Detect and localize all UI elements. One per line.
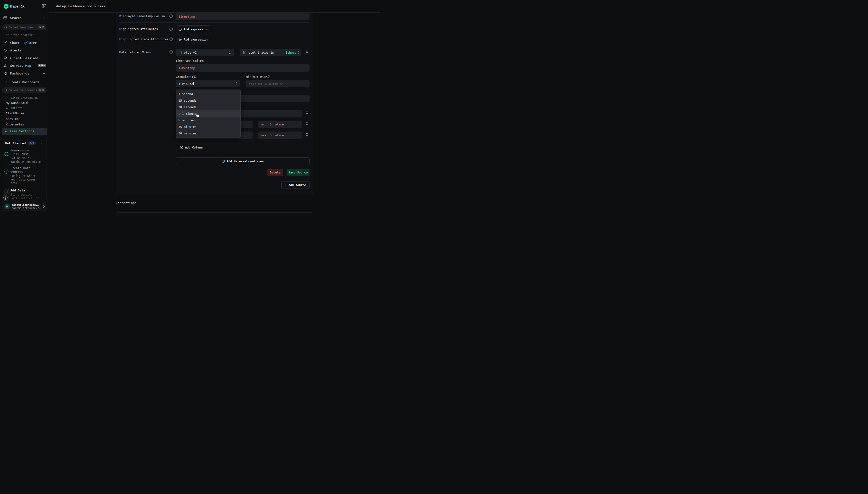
select-chevrons-icon <box>229 51 231 54</box>
saved-searches-input[interactable]: Saved Searches ⌘ K <box>2 24 47 30</box>
sidebar-item-clickhouse[interactable]: ClickHouse <box>6 111 24 115</box>
get-started-step[interactable]: Connect to ClickHouse Set up your databa… <box>2 145 46 164</box>
brand-name[interactable]: HyperDX <box>10 4 24 8</box>
highlighted-attributes-label: Highlighted Attributes <box>119 27 158 31</box>
dropdown-option-selected[interactable]: 1 minute <box>176 110 240 117</box>
help-icon[interactable]: ? <box>194 75 197 78</box>
shortcut-badge: ⌘ K <box>38 25 45 29</box>
sidebar: HyperDX Search Saved Searches ⌘ K No sav… <box>0 0 49 216</box>
plus-circle-icon <box>178 38 182 41</box>
help-icon[interactable]: ? <box>267 75 270 78</box>
select-chevrons-icon <box>297 51 300 54</box>
search-icon <box>3 16 7 20</box>
saved-dashboards-section-header[interactable]: SAVED DASHBOARDS <box>11 97 38 99</box>
chevron-up-icon[interactable] <box>43 73 45 74</box>
help-fab[interactable] <box>2 194 9 201</box>
help-icon[interactable]: ? <box>169 50 173 54</box>
sidebar-item-services[interactable]: Services <box>6 117 20 120</box>
progress-badge: 2/3 <box>28 141 36 145</box>
dropdown-option[interactable]: 5 minutes <box>176 117 240 124</box>
source-settings-card: Displayed Timestamp Column ? Timestamp H… <box>116 0 313 194</box>
minimum-date-input[interactable]: YYYY-MM-DD HH:mm:ss <box>246 80 310 87</box>
delete-column-trash-icon[interactable] <box>305 111 309 115</box>
arrow-right-icon: → <box>45 194 47 201</box>
add-materialized-view-button[interactable]: Add Materialized View <box>176 157 310 165</box>
dropdown-option[interactable]: 30 minutes <box>176 130 240 137</box>
timestamp-column-label: Timestamp Column <box>176 59 204 63</box>
granularity-dropdown: 1 second 15 seconds 30 seconds 1 minute … <box>176 90 240 138</box>
sidebar-item-dashboards[interactable]: Dashboards <box>10 72 29 75</box>
get-started-step[interactable]: Create Data Sources Configure where your… <box>2 164 46 185</box>
service-map-icon <box>3 64 7 68</box>
column-alias-input[interactable]: max__Duration <box>258 132 302 139</box>
schema-badge[interactable]: Schema <box>286 51 296 54</box>
help-icon[interactable]: ? <box>169 27 173 31</box>
create-dashboard-button[interactable]: + Create Dashboard <box>6 80 39 84</box>
chevron-down-icon[interactable] <box>6 97 8 99</box>
chevron-down-icon[interactable] <box>6 108 8 109</box>
user-account-button[interactable]: D dale@clickhouse.… dale@clickhouse.c… <box>2 202 47 211</box>
beta-badge: BETA <box>38 64 46 67</box>
mv-database-select[interactable]: otel_v2 <box>176 49 234 56</box>
dashboards-icon <box>3 72 7 75</box>
delete-button[interactable]: Delete <box>267 169 283 176</box>
plus-circle-icon <box>178 28 182 31</box>
dropdown-option[interactable]: 15 minutes <box>176 124 240 130</box>
table-icon <box>243 51 246 54</box>
help-icon[interactable]: ? <box>169 14 173 18</box>
granularity-select[interactable]: 1 minute <box>176 80 240 87</box>
user-name: dale@clickhouse.… <box>12 203 43 207</box>
minimum-date-label: Minimum Date <box>246 75 267 79</box>
add-source-button[interactable]: + Add source <box>282 182 310 189</box>
dropdown-option[interactable]: 15 seconds <box>176 97 240 104</box>
presets-section-header[interactable]: PRESETS <box>11 107 23 110</box>
divider <box>119 46 310 46</box>
mv-table-select[interactable]: otel_traces_1m Schema <box>240 49 301 56</box>
shortcut-badge: ⌘ K <box>38 88 45 92</box>
plus-circle-icon <box>222 160 225 163</box>
mouse-cursor-pointer <box>195 112 200 118</box>
select-chevrons-icon <box>235 82 237 86</box>
sidebar-item-service-map[interactable]: Service Map <box>10 64 31 68</box>
collapse-sidebar-icon[interactable] <box>42 4 46 8</box>
sidebar-item-my-dashboard[interactable]: My Dashboard <box>6 101 28 104</box>
avatar: D <box>4 204 10 209</box>
gear-icon <box>4 129 8 133</box>
displayed-timestamp-input[interactable]: Timestamp <box>176 13 310 20</box>
help-icon[interactable]: ? <box>169 37 173 41</box>
connections-heading: Connections <box>116 201 137 205</box>
column-alias-input[interactable]: avg__Duration <box>258 120 302 128</box>
check-icon <box>178 113 181 115</box>
chevron-up-icon[interactable] <box>43 17 45 19</box>
delete-mv-trash-icon[interactable] <box>305 51 309 54</box>
laptop-icon <box>3 56 7 60</box>
check-circle-icon <box>4 152 8 156</box>
add-expression-button[interactable]: Add expression <box>176 25 211 33</box>
sidebar-item-client-sessions[interactable]: Client Sessions <box>10 56 39 60</box>
saved-dashboards-input[interactable]: Saved Dashboards ⌘ K <box>2 87 47 93</box>
divider <box>176 155 310 155</box>
sidebar-item-chart-explorer[interactable]: Chart Explorer <box>10 41 37 45</box>
sidebar-item-kubernetes[interactable]: Kubernetes <box>6 122 24 126</box>
user-email: dale@clickhouse.c… <box>12 207 43 210</box>
dropdown-option[interactable]: 1 second <box>176 91 240 97</box>
timestamp-column-input[interactable]: Timestamp <box>176 64 310 72</box>
delete-column-trash-icon[interactable] <box>305 122 309 126</box>
sidebar-item-alerts[interactable]: Alerts <box>10 49 22 52</box>
add-column-button[interactable]: Add Column <box>176 144 207 151</box>
dropdown-option[interactable]: 30 seconds <box>176 104 240 110</box>
magnifier-icon <box>4 89 7 92</box>
add-expression-button[interactable]: Add expression <box>176 36 211 43</box>
sidebar-item-search[interactable]: Search <box>10 16 22 20</box>
sidebar-item-team-settings[interactable]: Team Settings <box>2 128 47 135</box>
chevron-up-icon[interactable] <box>41 142 44 144</box>
save-source-button[interactable]: Save Source <box>287 169 310 176</box>
highlighted-trace-attributes-label: Highlighted Trace Attributes <box>119 38 168 41</box>
question-circle-icon <box>3 195 7 200</box>
bell-icon <box>3 49 7 52</box>
hyperdx-logo[interactable] <box>3 4 9 9</box>
materialized-views-label: Materialized Views <box>119 51 151 54</box>
granularity-label: Granularity <box>176 75 195 79</box>
chevron-right-icon <box>43 205 45 208</box>
delete-column-trash-icon[interactable] <box>305 133 309 137</box>
